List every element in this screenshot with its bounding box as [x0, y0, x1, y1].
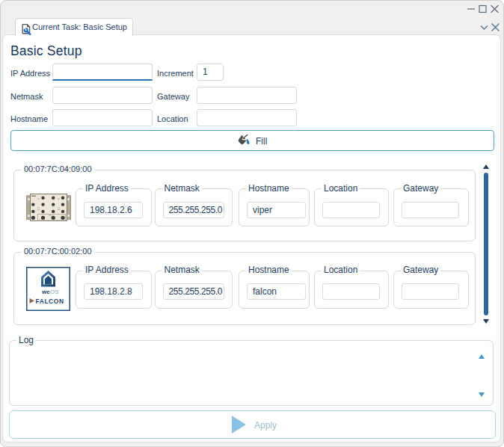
svg-text:OS: OS	[50, 289, 59, 295]
svg-text:FALCON: FALCON	[36, 298, 64, 305]
svg-text:we: we	[41, 289, 50, 295]
